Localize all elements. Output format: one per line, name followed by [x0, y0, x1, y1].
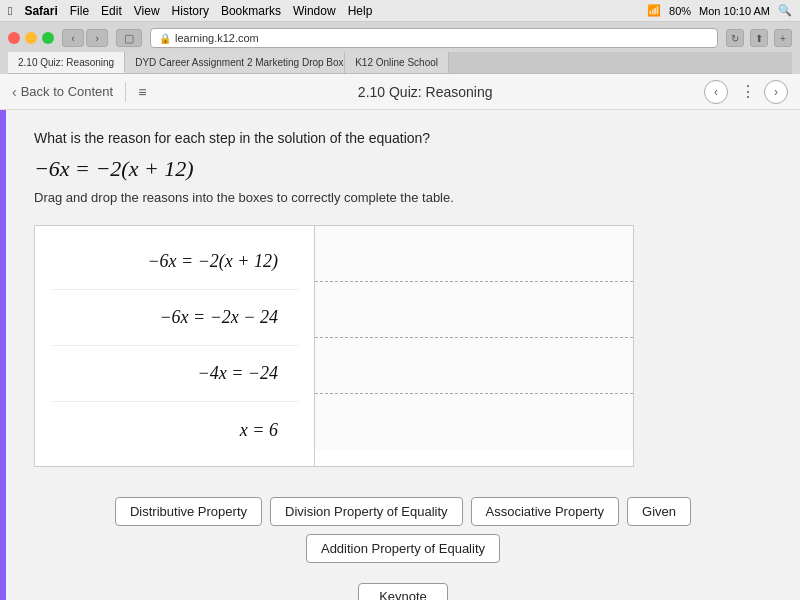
menu-safari[interactable]: Safari — [24, 4, 57, 18]
drop-zones-column — [315, 226, 633, 466]
window-buttons — [8, 32, 54, 44]
menu-window[interactable]: Window — [293, 4, 336, 18]
answer-given[interactable]: Given — [627, 497, 691, 526]
hamburger-icon[interactable]: ≡ — [138, 84, 146, 100]
menu-view[interactable]: View — [134, 4, 160, 18]
page-toolbar: ‹ Back to Content ≡ 2.10 Quiz: Reasoning… — [0, 74, 800, 110]
answer-associative-property[interactable]: Associative Property — [471, 497, 620, 526]
main-equation: −6x = −2(x + 12) — [34, 156, 772, 182]
drop-zone-1[interactable] — [315, 226, 633, 282]
equation-row-4: x = 6 — [51, 402, 298, 458]
tab-quiz[interactable]: 2.10 Quiz: Reasoning — [8, 52, 125, 73]
tab-view-button[interactable]: ▢ — [116, 29, 142, 47]
next-page-button[interactable]: › — [764, 80, 788, 104]
clock: Mon 10:10 AM — [699, 5, 770, 17]
drop-zone-4[interactable] — [315, 394, 633, 450]
keynote-container: Keynote — [34, 583, 772, 600]
menu-bookmarks[interactable]: Bookmarks — [221, 4, 281, 18]
answer-addition-property[interactable]: Addition Property of Equality — [306, 534, 500, 563]
equation-row-2: −6x = −2x − 24 — [51, 290, 298, 346]
menu-edit[interactable]: Edit — [101, 4, 122, 18]
answer-buttons-row: Distributive Property Division Property … — [34, 487, 772, 573]
minimize-button[interactable] — [25, 32, 37, 44]
tabs-bar: 2.10 Quiz: Reasoning DYD Career Assignme… — [8, 52, 792, 74]
share-button[interactable]: ⬆ — [750, 29, 768, 47]
menu-bar:  Safari File Edit View History Bookmark… — [0, 0, 800, 22]
forward-nav-button[interactable]: › — [86, 29, 108, 47]
url-text: learning.k12.com — [175, 32, 259, 44]
equation-table: −6x = −2(x + 12) −6x = −2x − 24 −4x = −2… — [34, 225, 634, 467]
drop-zone-3[interactable] — [315, 338, 633, 394]
page-title: 2.10 Quiz: Reasoning — [154, 84, 696, 100]
close-button[interactable] — [8, 32, 20, 44]
bookmark-button[interactable]: + — [774, 29, 792, 47]
reload-button[interactable]: ↻ — [726, 29, 744, 47]
address-bar[interactable]: 🔒 learning.k12.com — [150, 28, 718, 48]
drag-instruction: Drag and drop the reasons into the boxes… — [34, 190, 772, 205]
answer-division-property[interactable]: Division Property of Equality — [270, 497, 463, 526]
menu-history[interactable]: History — [172, 4, 209, 18]
menu-apple[interactable]:  — [8, 4, 12, 18]
keynote-button[interactable]: Keynote — [358, 583, 448, 600]
answer-distributive-property[interactable]: Distributive Property — [115, 497, 262, 526]
equations-column: −6x = −2(x + 12) −6x = −2x − 24 −4x = −2… — [35, 226, 315, 466]
question-text: What is the reason for each step in the … — [34, 130, 772, 146]
browser-window: ‹ › ▢ 🔒 learning.k12.com ↻ ⬆ + 2.10 Quiz… — [0, 22, 800, 600]
menu-help[interactable]: Help — [348, 4, 373, 18]
equation-row-1: −6x = −2(x + 12) — [51, 234, 298, 290]
browser-chrome: ‹ › ▢ 🔒 learning.k12.com ↻ ⬆ + 2.10 Quiz… — [0, 22, 800, 74]
search-icon[interactable]: 🔍 — [778, 4, 792, 17]
maximize-button[interactable] — [42, 32, 54, 44]
tab-career[interactable]: DYD Career Assignment 2 Marketing Drop B… — [125, 52, 345, 73]
back-nav-button[interactable]: ‹ — [62, 29, 84, 47]
equation-row-3: −4x = −24 — [51, 346, 298, 402]
back-arrow-icon: ‹ — [12, 84, 17, 100]
lock-icon: 🔒 — [159, 33, 171, 44]
battery-status: 80% — [669, 5, 691, 17]
menu-file[interactable]: File — [70, 4, 89, 18]
back-label: Back to Content — [21, 84, 114, 99]
kebab-menu-icon[interactable]: ⋮ — [740, 82, 756, 101]
tab-k12[interactable]: K12 Online School — [345, 52, 449, 73]
content-area: What is the reason for each step in the … — [6, 110, 800, 600]
prev-page-button[interactable]: ‹ — [704, 80, 728, 104]
back-to-content-button[interactable]: ‹ Back to Content — [12, 84, 113, 100]
toolbar-separator — [125, 82, 126, 102]
main-content: What is the reason for each step in the … — [0, 110, 800, 600]
drop-zone-2[interactable] — [315, 282, 633, 338]
wifi-icon: 📶 — [647, 4, 661, 17]
